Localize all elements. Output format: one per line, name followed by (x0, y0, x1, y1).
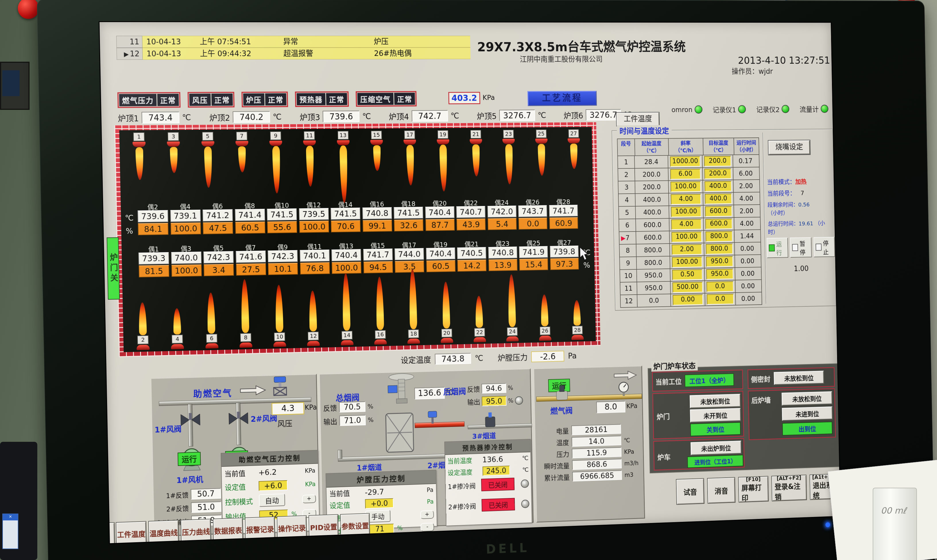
run-option[interactable]: 运行 (766, 237, 788, 258)
screen-tab[interactable]: 参数设置 (340, 513, 370, 538)
target-temp-setpoint[interactable]: 950.0 (706, 269, 733, 280)
rate-setpoint[interactable]: 100.00 (672, 232, 702, 242)
flame-icon (342, 273, 351, 331)
target-temp-setpoint[interactable]: 600.0 (705, 218, 732, 229)
rear-output[interactable]: 95.0 (482, 396, 507, 406)
rate-setpoint[interactable]: 100.00 (671, 206, 701, 217)
degree-unit: ℃ (362, 112, 371, 121)
target-temp-setpoint[interactable]: 400.0 (704, 181, 732, 192)
system-button[interactable]: 消音 (707, 477, 735, 504)
screen-tab[interactable]: 压力曲线 (180, 519, 211, 544)
gas-valve-icon[interactable] (553, 384, 571, 401)
schedule-rows: 1 28.4 1000.00 200.0 0.17 2 200.0 6.00 2… (617, 155, 762, 308)
stop-option[interactable]: 停止 (813, 237, 835, 257)
increase-button[interactable]: + (302, 495, 316, 503)
rate-setpoint[interactable]: 6.00 (670, 169, 701, 179)
seal-status: 未放松到位 (774, 371, 824, 385)
butterfly-valve-icon[interactable] (179, 412, 202, 428)
tc-name: 偶28 (556, 197, 570, 205)
butterfly-valve-icon[interactable] (227, 411, 250, 426)
schedule-row[interactable]: 5 400.0 100.00 600.0 2.00 (618, 205, 760, 220)
rate-setpoint[interactable]: 4.00 (671, 219, 701, 230)
roof-value: 739.6 (323, 111, 360, 123)
target-temp-setpoint[interactable]: 600.0 (705, 206, 732, 217)
heat-exchanger-icon (383, 411, 416, 454)
flame-icon (442, 282, 450, 329)
alarm-row[interactable]: 11 10-04-13 上午 07:54:51 异常 炉压 (116, 36, 470, 48)
badge-name: 预热器 (297, 93, 325, 106)
dial-icon[interactable] (521, 500, 529, 508)
schedule-title: 时间与温度设定 (616, 125, 672, 136)
screen-tab[interactable]: 工件温度 (116, 521, 147, 544)
target-temp-setpoint[interactable]: 200.0 (704, 168, 732, 179)
roof-label: 炉顶6 (564, 109, 583, 121)
rate-setpoint[interactable]: 500.00 (672, 282, 703, 292)
schedule-row[interactable]: 12 0.0 0.00 0.0 0.00 (620, 292, 762, 308)
pause-option[interactable]: 暂停 (790, 237, 812, 258)
screen-tab[interactable]: 数据报表 (213, 517, 243, 543)
burner-number: 25 (536, 129, 547, 138)
system-button[interactable]: [F10] 屏幕打印 (738, 476, 769, 503)
preheater-set-temp[interactable]: 245.0 (482, 466, 510, 476)
tc-output-percent: 100.0 (299, 221, 329, 233)
total-value: 19.61 (798, 220, 813, 227)
target-temp-setpoint[interactable]: 0.0 (707, 294, 734, 305)
tc-temperature: 741.9 (519, 246, 548, 258)
screen-tab[interactable]: PID设置 (308, 514, 339, 539)
emergency-button[interactable] (18, 0, 39, 19)
target-temp-setpoint[interactable]: 800.0 (706, 231, 733, 242)
rate-setpoint[interactable]: 4.00 (670, 194, 701, 205)
alarm-source: 炉压 (370, 36, 470, 48)
rate-setpoint[interactable]: 0.00 (673, 294, 703, 305)
rate-setpoint[interactable]: 1000.00 (670, 156, 700, 167)
gas-row: 电量 28161 (536, 423, 638, 436)
flame-icon (139, 302, 147, 335)
target-temp-setpoint[interactable]: 0.0 (706, 281, 734, 292)
schedule-row[interactable]: 4 400.0 4.00 400.0 4.00 (618, 192, 760, 206)
rate-setpoint[interactable]: 100.00 (670, 181, 701, 192)
roof-label: 炉顶4 (389, 111, 409, 122)
screen-tab-cut[interactable] (99, 522, 115, 544)
system-button[interactable]: 试音 (676, 478, 704, 505)
target-temp-setpoint[interactable]: 400.0 (705, 194, 732, 204)
screen-tab[interactable]: 温度曲线 (148, 520, 179, 544)
decrease-button[interactable]: - (421, 523, 435, 532)
current-segment-icon: ▶ (621, 234, 626, 241)
alarm-time: 上午 09:44:32 (196, 48, 280, 60)
burner-number: 4 (172, 334, 183, 344)
schedule-row[interactable]: 3 200.0 100.00 400.0 2.00 (618, 180, 760, 194)
burner-setting-button[interactable]: 烧嘴设定 (768, 140, 810, 155)
target-temp-setpoint[interactable]: 800.0 (706, 243, 733, 254)
alarm-row[interactable]: ▶12 10-04-13 上午 09:44:32 超温报警 26#热电偶 (117, 47, 470, 60)
setpoint-input[interactable]: +6.0 (259, 480, 288, 491)
rate-setpoint[interactable]: 0.50 (672, 269, 703, 280)
dial-icon[interactable] (515, 396, 523, 405)
burner-number: 21 (470, 130, 481, 138)
screen-tab[interactable]: 操作记录 (277, 515, 307, 540)
tc-temperature: 741.2 (202, 209, 233, 222)
alarm-time: 上午 07:54:51 (196, 36, 280, 48)
status-badge: 压缩空气 正常 (356, 91, 417, 107)
schedule-row[interactable]: 2 200.0 6.00 200.0 6.00 (618, 167, 760, 181)
schedule-row[interactable]: 6 600.0 4.00 600.0 4.00 (619, 217, 761, 232)
button-label: 试音 (683, 486, 697, 497)
wind-pressure-value: 4.3 (271, 402, 304, 415)
rate-setpoint[interactable]: 100.00 (672, 257, 703, 268)
burner: 20 (436, 282, 456, 343)
schedule-row[interactable]: 1 28.4 1000.00 200.0 0.17 (617, 155, 759, 169)
workpiece-temp-button[interactable]: 工件温度 (616, 112, 660, 126)
process-flow-button[interactable]: 工艺流程 (527, 91, 597, 106)
thermocouple: 偶20 740.4 87.7 (425, 198, 455, 231)
mode-button[interactable]: 自动 (259, 494, 285, 507)
target-temp-setpoint[interactable]: 950.0 (706, 256, 733, 267)
setpoint-input[interactable]: +0.0 (365, 498, 394, 509)
rear-valve-icon[interactable] (482, 411, 498, 428)
increase-button[interactable]: + (420, 510, 434, 519)
dial-icon[interactable] (521, 479, 529, 488)
rate-setpoint[interactable]: 2.00 (672, 244, 702, 255)
screen-tab[interactable]: 报警记录 (245, 516, 275, 542)
run-hours: 0.00 (736, 292, 761, 305)
target-temp-setpoint[interactable]: 200.0 (704, 156, 731, 166)
system-button[interactable]: [ALT+F2] 登录&注销 (771, 474, 807, 501)
burner: 12 (303, 290, 323, 346)
